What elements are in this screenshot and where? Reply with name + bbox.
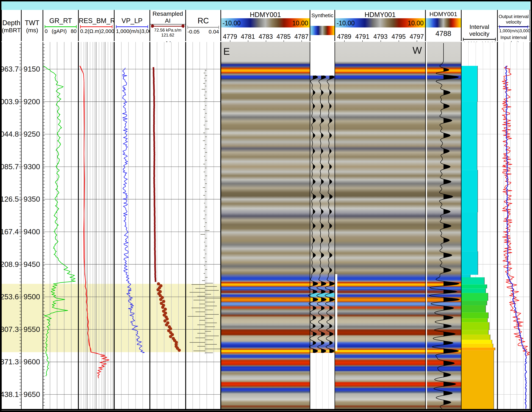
twt-label: 9450	[24, 260, 40, 268]
depth-label: 7003.9	[0, 97, 19, 106]
twt-label: 9600	[24, 357, 40, 366]
depth-label: 7208.9	[0, 260, 19, 268]
west-label: W	[412, 45, 422, 56]
well-tie-window: { "banner": {"color": "#a9eef3"}, "layou…	[0, 0, 532, 412]
depth-label: 7253.6	[0, 293, 19, 301]
twt-label: 9400	[24, 228, 40, 236]
twt-label: 9250	[24, 130, 40, 138]
east-label: E	[223, 46, 230, 57]
depth-label: 7307.3	[0, 325, 19, 333]
twt-label: 9650	[24, 390, 40, 399]
twt-label: 9200	[24, 97, 40, 106]
twt-label: 9350	[24, 195, 40, 203]
depth-label: 7044.8	[0, 130, 19, 138]
depth-label: 7126.5	[0, 195, 19, 203]
depth-label: 7438.1	[0, 390, 19, 399]
twt-label: 9300	[24, 163, 40, 171]
log-and-seismic-plot: 6963.791507003.992007044.892507085.79300…	[0, 0, 532, 412]
depth-label: 7085.7	[0, 163, 19, 171]
twt-label: 9550	[24, 325, 40, 333]
twt-label: 9500	[24, 293, 40, 301]
depth-label: 7167.4	[0, 228, 19, 236]
depth-label: 6963.7	[0, 65, 19, 73]
depth-label: 7371.3	[0, 357, 19, 366]
twt-label: 9150	[24, 65, 40, 73]
